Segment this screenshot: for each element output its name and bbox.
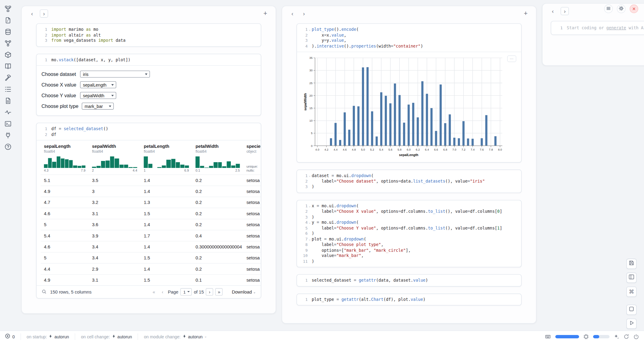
table-row[interactable]: 5.43.91.70.4setosa	[41, 230, 261, 241]
column-prev-button[interactable]: ‹	[549, 7, 556, 15]
on-module-change-setting[interactable]: on module change: autorun ⌄	[138, 333, 213, 340]
table-row[interactable]: 53.41.50.2setosa	[41, 252, 261, 263]
console-icon[interactable]	[4, 120, 12, 128]
fold-toggle-icon[interactable]: ⌄	[308, 173, 312, 178]
code-line[interactable]: ).interactive().properties(width="contai…	[312, 43, 517, 49]
code-line[interactable]: dataset = mo.ui.dropdown(	[312, 173, 517, 178]
column-header[interactable]: speciesobject	[243, 141, 261, 155]
column-header[interactable]: sepalWidthfloat64	[89, 141, 141, 155]
outline-icon[interactable]	[4, 85, 12, 93]
next-page-button[interactable]: ›	[206, 288, 213, 296]
code-line[interactable]: value="mark_bar",	[312, 253, 517, 258]
code-line[interactable]: df = selected_dataset()	[51, 126, 256, 132]
dependencies-icon[interactable]	[4, 39, 12, 47]
code-editor[interactable]: 1mo.vstack([dataset, x, y, plot])	[37, 54, 261, 65]
column-next-button[interactable]: ›	[561, 7, 569, 15]
close-panel-button[interactable]	[630, 5, 638, 13]
packages-icon[interactable]	[4, 51, 12, 59]
errors-indicator[interactable]: 0	[5, 333, 20, 340]
keyboard-shortcuts-button[interactable]: ⌘	[626, 287, 637, 297]
code-editor[interactable]: 1selected_dataset = getattr(data, datase…	[297, 275, 521, 286]
code-line[interactable]: plot_type().encode(	[312, 27, 517, 32]
prev-page-button[interactable]: ‹	[159, 289, 166, 295]
code-line[interactable]: )	[312, 214, 517, 219]
table-row[interactable]: 5.13.51.40.2setosa	[41, 175, 261, 186]
table-row[interactable]: 4.42.91.40.2setosa	[41, 263, 261, 274]
datasets-icon[interactable]	[4, 28, 12, 36]
save-button[interactable]	[626, 259, 637, 269]
altair-bar-chart[interactable]: 4.04.24.44.64.85.05.25.45.65.86.06.26.46…	[303, 55, 504, 159]
fold-toggle-icon[interactable]: ⌄	[308, 203, 312, 208]
code-editor[interactable]: 1⌄x = mo.ui.dropdown(2 label="Choose X v…	[297, 200, 521, 267]
table-row[interactable]: 4.931.40.2setosa	[41, 186, 261, 197]
table-row[interactable]: 4.63.41.40.30000000000000004setosa	[41, 241, 261, 252]
column-header[interactable]: sepalLengthfloat64	[41, 141, 89, 155]
restart-kernel-icon[interactable]	[624, 333, 629, 339]
table-row[interactable]: 53.61.40.2setosa	[41, 219, 261, 230]
menu-button[interactable]	[604, 5, 613, 13]
code-line[interactable]: )	[312, 258, 517, 264]
plot-type-select[interactable]: mark_bar	[82, 103, 114, 110]
code-line[interactable]: mo.vstack([dataset, x, y, plot])	[51, 57, 256, 62]
code-line[interactable]: selected_dataset = getattr(data, dataset…	[312, 278, 517, 283]
x-value-select[interactable]: sepalLength	[80, 81, 116, 88]
toc-icon[interactable]	[4, 5, 12, 13]
code-line[interactable]: y=y.value,	[312, 38, 517, 43]
code-editor[interactable]: 1⌄dataset = mo.ui.dropdown(2 label="Choo…	[297, 170, 521, 192]
y-value-select[interactable]: sepalWidth	[80, 92, 116, 99]
chart-actions-button[interactable]: ⋯	[507, 55, 516, 62]
settings-button[interactable]	[617, 5, 625, 13]
fold-toggle-icon[interactable]: ⌄	[308, 236, 312, 242]
code-line[interactable]: y = mo.ui.dropdown(	[312, 220, 517, 225]
code-line[interactable]: df	[51, 132, 256, 137]
on-startup-setting[interactable]: on startup: autorun	[20, 333, 75, 340]
table-row[interactable]: 4.93.11.50.1setosa	[41, 274, 261, 285]
code-editor[interactable]: 1plot_type = getattr(alt.Chart(df), plot…	[297, 294, 521, 305]
keyboard-icon[interactable]	[545, 333, 551, 339]
code-editor[interactable]: 1df = selected_dataset()2df	[37, 123, 261, 140]
page-select[interactable]: 1	[181, 288, 192, 296]
code-line[interactable]: import altair as alt	[51, 32, 256, 38]
on-cell-change-setting[interactable]: on cell change: autorun	[75, 333, 138, 340]
code-line[interactable]: plot_type = getattr(alt.Chart(df), plot.…	[312, 297, 517, 302]
code-line[interactable]: label="Choose Y value", options=df.colum…	[312, 225, 517, 231]
code-line[interactable]: plot = mo.ui.dropdown(	[312, 236, 517, 242]
console-toggle-button[interactable]	[626, 305, 637, 315]
generate-with-ai-link[interactable]: generate	[606, 26, 626, 30]
download-button[interactable]: Download⌄	[232, 290, 256, 294]
code-line[interactable]: import marimo as mo	[51, 27, 256, 32]
last-page-button[interactable]: »	[215, 288, 223, 296]
code-line[interactable]: label="Choose X value", options=df.colum…	[312, 208, 517, 214]
column-header[interactable]: petalWidthfloat64	[192, 141, 243, 155]
shutdown-icon[interactable]	[633, 333, 639, 339]
code-line[interactable]: from vega_datasets import data	[51, 38, 256, 43]
scratchpad-input[interactable]: Start coding or generate with AI	[567, 25, 644, 30]
first-page-button[interactable]: «	[151, 289, 157, 295]
column-prev-button[interactable]: ‹	[28, 10, 36, 17]
tools-icon[interactable]	[4, 74, 12, 82]
documentation-icon[interactable]	[4, 62, 12, 70]
code-line[interactable]: label="Choose plot type",	[312, 242, 517, 247]
code-line[interactable]: label="Choose dataset", options=data.lis…	[312, 178, 517, 184]
search-icon[interactable]	[41, 289, 47, 295]
code-line[interactable]: x=x.value,	[312, 32, 517, 38]
dataset-select[interactable]: iris	[80, 71, 150, 78]
code-editor[interactable]: 1import marimo as mo2import altair as al…	[37, 24, 261, 46]
snippets-icon[interactable]	[4, 97, 12, 105]
code-line[interactable]: )	[312, 184, 517, 189]
fold-toggle-icon[interactable]: ⌄	[308, 220, 312, 225]
tracing-icon[interactable]	[4, 109, 12, 116]
sparkles-icon[interactable]	[614, 333, 619, 339]
integrations-icon[interactable]	[4, 131, 12, 139]
column-header[interactable]: petalLengthfloat64	[141, 141, 192, 155]
code-editor[interactable]: 1⌄plot_type().encode(2 x=x.value,3 y=y.v…	[297, 24, 521, 52]
files-icon[interactable]: f	[4, 16, 12, 24]
code-line[interactable]: options=["mark_bar", "mark_circle"],	[312, 248, 517, 253]
table-row[interactable]: 4.63.11.50.2setosa	[41, 208, 261, 219]
run-button[interactable]	[626, 319, 637, 329]
add-cell-button[interactable]: +	[522, 10, 529, 17]
column-prev-button[interactable]: ‹	[289, 10, 296, 17]
fold-toggle-icon[interactable]: ⌄	[308, 27, 312, 32]
code-line[interactable]: )	[312, 231, 517, 236]
add-cell-button[interactable]: +	[262, 10, 269, 17]
